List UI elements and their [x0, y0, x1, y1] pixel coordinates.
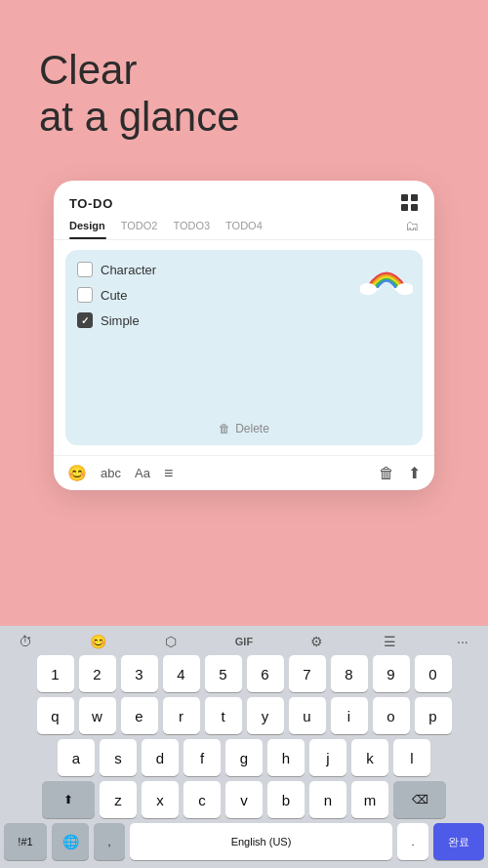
key-1[interactable]: 1	[37, 655, 74, 692]
headline: Clear at a glance	[39, 47, 240, 142]
key-7[interactable]: 7	[289, 655, 326, 692]
bottom-toolbar: 😊 abc Aa ≡ 🗑 ⬆	[54, 455, 434, 490]
key-v[interactable]: v	[225, 781, 263, 818]
key-9[interactable]: 9	[373, 655, 410, 692]
key-4[interactable]: 4	[163, 655, 200, 692]
kb-bottom-row: !#1 🌐 , English (US) . 완료	[0, 818, 488, 864]
key-n[interactable]: n	[309, 781, 346, 818]
app-title: TO-DO	[69, 196, 113, 211]
key-l[interactable]: l	[393, 739, 430, 776]
kb-icon-settings[interactable]: ⚙	[302, 634, 333, 649]
checkbox-simple[interactable]	[77, 312, 93, 328]
key-e[interactable]: e	[121, 697, 158, 734]
key-backspace[interactable]: ⌫	[393, 781, 446, 818]
key-i[interactable]: i	[331, 697, 368, 734]
keyboard-top-row: ⏱ 😊 ⬡ GIF ⚙ ☰ ···	[0, 634, 488, 655]
key-m[interactable]: m	[351, 781, 388, 818]
rainbow-sticker	[360, 256, 413, 295]
font-size-toolbar[interactable]: Aa	[135, 466, 150, 480]
key-6[interactable]: 6	[247, 655, 284, 692]
key-h[interactable]: h	[267, 739, 305, 776]
key-d[interactable]: d	[142, 739, 179, 776]
todo-label-cute: Cute	[101, 288, 127, 303]
kb-qwerty-row: q w e r t y u i o p	[4, 697, 484, 734]
tab-todo3[interactable]: TODO3	[173, 220, 210, 237]
key-g[interactable]: g	[225, 739, 263, 776]
todo-label-character: Character	[101, 263, 156, 277]
kb-asdf-row: a s d f g h j k l	[4, 739, 484, 776]
app-header: TO-DO	[54, 181, 434, 212]
kb-icon-gif[interactable]: GIF	[228, 636, 260, 647]
delete-toolbar-icon[interactable]: 🗑	[379, 465, 394, 482]
trash-icon: 🗑	[219, 422, 230, 435]
key-3[interactable]: 3	[121, 655, 158, 692]
key-f[interactable]: f	[183, 739, 221, 776]
folder-icon: 🗂	[405, 218, 419, 233]
key-space[interactable]: English (US)	[130, 823, 392, 860]
key-t[interactable]: t	[205, 697, 242, 734]
key-y[interactable]: y	[247, 697, 284, 734]
kb-icon-emoji[interactable]: 😊	[83, 634, 114, 649]
key-5[interactable]: 5	[205, 655, 242, 692]
key-x[interactable]: x	[142, 781, 179, 818]
key-q[interactable]: q	[37, 697, 74, 734]
delete-label: Delete	[235, 422, 269, 435]
key-a[interactable]: a	[58, 739, 95, 776]
key-j[interactable]: j	[309, 739, 346, 776]
key-2[interactable]: 2	[79, 655, 116, 692]
key-z[interactable]: z	[100, 781, 137, 818]
key-globe[interactable]: 🌐	[52, 823, 89, 860]
key-b[interactable]: b	[267, 781, 305, 818]
checkbox-character[interactable]	[77, 262, 93, 277]
key-sym[interactable]: !#1	[4, 823, 47, 860]
kb-icon-more[interactable]: ···	[447, 634, 478, 649]
key-r[interactable]: r	[163, 697, 200, 734]
todo-item-simple[interactable]: Simple	[77, 312, 411, 328]
key-8[interactable]: 8	[331, 655, 368, 692]
tab-design[interactable]: Design	[69, 220, 105, 237]
key-u[interactable]: u	[289, 697, 326, 734]
folder-tab[interactable]: 🗂	[405, 218, 419, 239]
tabs-bar: Design TODO2 TODO3 TODO4 🗂	[54, 212, 434, 240]
share-toolbar-icon[interactable]: ⬆	[408, 464, 421, 482]
align-toolbar-icon[interactable]: ≡	[164, 465, 173, 482]
checkbox-cute[interactable]	[77, 287, 93, 303]
app-card: TO-DO Design TODO2 TODO3 TODO4 🗂	[54, 181, 434, 490]
key-o[interactable]: o	[373, 697, 410, 734]
headline-line1: Clear at a glance	[39, 47, 240, 142]
delete-button[interactable]: 🗑 Delete	[219, 422, 269, 435]
emoji-toolbar-icon[interactable]: 😊	[67, 464, 87, 482]
todo-label-simple: Simple	[101, 313, 140, 328]
key-s[interactable]: s	[100, 739, 137, 776]
tab-todo4[interactable]: TODO4	[225, 220, 263, 237]
grid-icon[interactable]	[401, 194, 419, 212]
keyboard-rows: 1 2 3 4 5 6 7 8 9 0 q w e r t y u i o p …	[0, 655, 488, 818]
kb-icon-timer[interactable]: ⏱	[10, 634, 41, 649]
key-0[interactable]: 0	[415, 655, 452, 692]
kb-icon-sticker[interactable]: ⬡	[155, 634, 186, 649]
key-period[interactable]: .	[397, 823, 428, 860]
keyboard: ⏱ 😊 ⬡ GIF ⚙ ☰ ··· 1 2 3 4 5 6 7 8 9 0 q …	[0, 626, 488, 868]
abc-toolbar-label[interactable]: abc	[101, 466, 121, 480]
todo-content-area: Character Cute Simple 🗑 Delete	[65, 250, 423, 445]
key-confirm[interactable]: 완료	[433, 823, 484, 860]
kb-icon-menu[interactable]: ☰	[374, 634, 405, 649]
key-w[interactable]: w	[79, 697, 116, 734]
key-k[interactable]: k	[351, 739, 388, 776]
key-comma[interactable]: ,	[94, 823, 125, 860]
kb-zxcv-row: ⬆ z x c v b n m ⌫	[4, 781, 484, 818]
tab-todo2[interactable]: TODO2	[121, 220, 158, 237]
kb-number-row: 1 2 3 4 5 6 7 8 9 0	[4, 655, 484, 692]
key-p[interactable]: p	[415, 697, 452, 734]
key-shift[interactable]: ⬆	[42, 781, 95, 818]
key-c[interactable]: c	[183, 781, 221, 818]
